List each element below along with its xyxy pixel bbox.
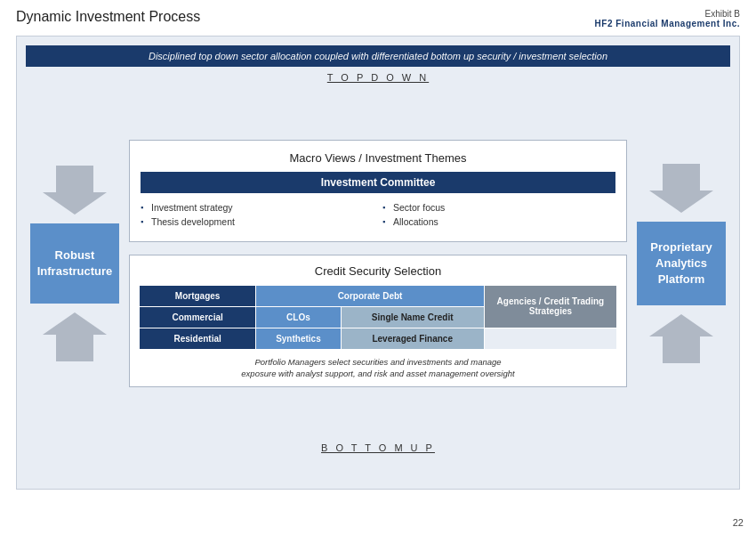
header: Dynamic Investment Process Exhibit B HF2… — [16, 9, 740, 32]
robust-infrastructure-label: Robust Infrastructure — [37, 247, 113, 280]
right-bottom-arrow — [649, 314, 713, 363]
right-top-arrow — [649, 164, 713, 213]
macro-item-2: Thesis development — [141, 216, 374, 227]
cell-corporate: Corporate Debt — [256, 285, 485, 306]
credit-title: Credit Security Selection — [139, 264, 617, 278]
right-side-box: Proprietary Analytics Platform — [632, 90, 730, 437]
left-side-box: Robust Infrastructure — [26, 90, 124, 437]
cell-leveraged-finance: Leveraged Finance — [341, 328, 484, 349]
diagram-area: Disciplined top down sector allocation c… — [16, 36, 740, 490]
credit-table: Mortgages Corporate Debt Agencies / Cred… — [139, 285, 617, 350]
cell-clos: CLOs — [256, 306, 341, 328]
cell-residential: Residential — [140, 328, 256, 349]
credit-security-box: Credit Security Selection Mortgages Corp… — [129, 255, 627, 388]
top-banner: Disciplined top down sector allocation c… — [26, 45, 730, 67]
bottom-up-label: B O T T O M U P — [26, 442, 730, 453]
cell-single-name-credit: Single Name Credit — [341, 306, 484, 328]
proprietary-analytics-label: Proprietary Analytics Platform — [646, 239, 717, 288]
macro-item-4: Allocations — [382, 216, 615, 227]
macro-title: Macro Views / Investment Themes — [141, 151, 615, 165]
center-col: Macro Views / Investment Themes Investme… — [129, 140, 627, 388]
company-name: HF2 Financial Management Inc. — [595, 19, 740, 28]
page-container: Dynamic Investment Process Exhibit B HF2… — [0, 0, 756, 535]
proprietary-analytics-box: Proprietary Analytics Platform — [637, 222, 726, 306]
macro-two-col-list: Investment strategy Thesis development S… — [141, 202, 615, 231]
left-bottom-arrow — [43, 312, 107, 361]
page-title: Dynamic Investment Process — [16, 9, 200, 25]
banner-text: Disciplined top down sector allocation c… — [149, 51, 607, 61]
left-top-arrow — [43, 166, 107, 215]
cell-synthetics: Synthetics — [256, 328, 341, 349]
cell-agencies: Agencies / Credit Trading Strategies — [484, 285, 616, 328]
cell-commercial: Commercial — [140, 306, 256, 328]
main-layout: Robust Infrastructure Macro Views / Inve… — [26, 90, 730, 437]
macro-right-col: Sector focus Allocations — [382, 202, 615, 231]
macro-item-3: Sector focus — [382, 202, 615, 213]
top-down-label: T O P D O W N — [26, 72, 730, 83]
investment-committee-bar: Investment Committee — [141, 172, 615, 193]
credit-footnote: Portfolio Managers select securities and… — [139, 357, 617, 380]
macro-left-col: Investment strategy Thesis development — [141, 202, 374, 231]
macro-views-box: Macro Views / Investment Themes Investme… — [129, 140, 627, 242]
cell-mortgages: Mortgages — [140, 285, 256, 306]
macro-item-1: Investment strategy — [141, 202, 374, 213]
page-number: 22 — [733, 517, 744, 528]
exhibit-label: Exhibit B — [595, 9, 740, 19]
robust-infrastructure-box: Robust Infrastructure — [30, 223, 119, 304]
